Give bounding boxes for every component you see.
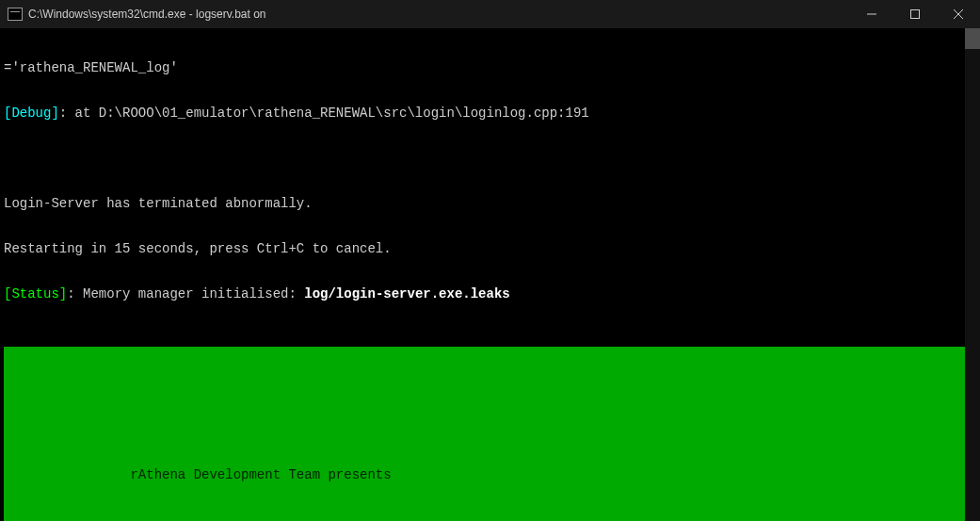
scrollbar[interactable]: [965, 28, 980, 521]
log-line: [4, 151, 976, 166]
ascii-banner: rAthena Development Team presents ___ __…: [4, 347, 976, 521]
window-title: C:\Windows\system32\cmd.exe - logserv.ba…: [28, 8, 850, 21]
log-line: ='rathena_RENEWAL_log': [4, 60, 976, 75]
banner-presents: rAthena Development Team presents: [4, 467, 976, 482]
log-line: Login-Server has terminated abnormally.: [4, 196, 976, 211]
svg-rect-1: [911, 10, 920, 19]
log-line: [Debug]: at D:\ROOO\01_emulator\rathena_…: [4, 106, 976, 121]
minimize-button[interactable]: [850, 0, 893, 28]
log-line: [Status]: Memory manager initialised: lo…: [4, 286, 976, 301]
maximize-button[interactable]: [893, 0, 937, 28]
cmd-window: C:\Windows\system32\cmd.exe - logserv.ba…: [0, 0, 980, 521]
log-line: Restarting in 15 seconds, press Ctrl+C t…: [4, 241, 976, 256]
titlebar[interactable]: C:\Windows\system32\cmd.exe - logserv.ba…: [0, 0, 980, 28]
status-tag: [Status]: [4, 286, 67, 301]
scrollbar-thumb[interactable]: [965, 28, 980, 49]
debug-tag: [Debug]: [4, 106, 59, 121]
close-button[interactable]: [937, 0, 980, 28]
window-buttons: [850, 0, 980, 28]
cmd-icon: [8, 8, 23, 21]
terminal-output[interactable]: ='rathena_RENEWAL_log' [Debug]: at D:\RO…: [0, 28, 980, 521]
